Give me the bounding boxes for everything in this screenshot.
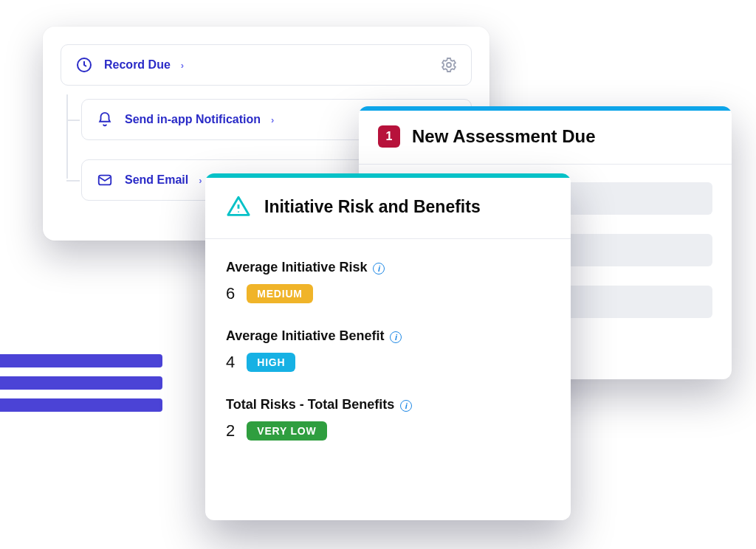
status-badge: VERY LOW bbox=[247, 421, 326, 441]
metric-value: 6 bbox=[226, 284, 235, 303]
metric-label: Total Risks - Total Benefits bbox=[226, 397, 394, 412]
chevron-right-icon: › bbox=[271, 114, 274, 125]
metric-total-diff: Total Risks - Total Benefits i 2 VERY LO… bbox=[226, 397, 550, 441]
assessment-count-badge: 1 bbox=[378, 125, 400, 148]
status-badge: MEDIUM bbox=[247, 284, 313, 303]
metric-average-benefit: Average Initiative Benefit i 4 HIGH bbox=[226, 328, 550, 372]
bell-icon bbox=[95, 110, 114, 129]
assessment-title: New Assessment Due bbox=[412, 126, 596, 147]
chevron-right-icon: › bbox=[199, 175, 202, 186]
metric-average-risk: Average Initiative Risk i 6 MEDIUM bbox=[226, 260, 550, 303]
gear-icon[interactable] bbox=[440, 56, 458, 74]
svg-point-3 bbox=[238, 211, 239, 213]
risk-panel-title: Initiative Risk and Benefits bbox=[264, 197, 481, 217]
decorative-stripes bbox=[0, 354, 162, 421]
metric-label: Average Initiative Benefit bbox=[226, 328, 384, 344]
workflow-trigger-row[interactable]: Record Due › bbox=[61, 44, 472, 86]
workflow-action-label: Send Email bbox=[125, 173, 188, 187]
info-icon[interactable]: i bbox=[400, 400, 412, 412]
chevron-right-icon: › bbox=[181, 60, 184, 71]
metric-value: 2 bbox=[226, 421, 235, 441]
metric-label: Average Initiative Risk bbox=[226, 260, 367, 275]
clock-icon bbox=[75, 55, 94, 75]
warning-triangle-icon bbox=[226, 194, 251, 219]
status-badge: HIGH bbox=[247, 353, 295, 372]
metric-value: 4 bbox=[226, 353, 235, 372]
workflow-action-label: Send in-app Notification bbox=[125, 113, 261, 126]
info-icon[interactable]: i bbox=[390, 331, 402, 343]
risk-benefits-panel: Initiative Risk and Benefits Average Ini… bbox=[205, 173, 571, 520]
workflow-trigger-label: Record Due bbox=[104, 58, 171, 72]
svg-point-1 bbox=[447, 63, 451, 67]
info-icon[interactable]: i bbox=[373, 263, 385, 274]
mail-icon bbox=[95, 170, 114, 190]
